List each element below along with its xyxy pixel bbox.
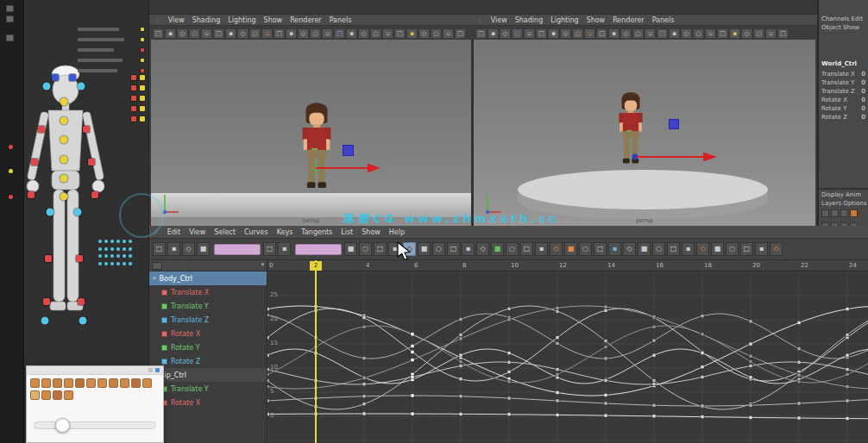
- field-chart-icon[interactable]: ▪: [669, 28, 680, 39]
- ge-toolbar-icon[interactable]: ○: [506, 242, 519, 256]
- channel-attribute-row[interactable]: Rotate Z0: [819, 112, 868, 121]
- attribute-value-field[interactable]: 0: [862, 71, 865, 78]
- snap-point-icon[interactable]: ◇: [237, 28, 248, 39]
- textured-icon[interactable]: ▪: [729, 28, 740, 39]
- construction-history-icon[interactable]: ▫: [584, 28, 595, 39]
- picker-option-row[interactable]: [78, 36, 145, 43]
- ge-toolbar-icon[interactable]: □: [374, 242, 387, 256]
- channel-row[interactable]: Translate Z: [149, 313, 267, 327]
- layer-editor-menu[interactable]: Layers Options Help: [819, 198, 868, 207]
- channel-box-menu[interactable]: Channels Edit: [819, 14, 868, 22]
- viewport-menu-show[interactable]: Show: [587, 16, 606, 24]
- picker-option-row[interactable]: [78, 47, 145, 53]
- ge-toolbar-icon[interactable]: ○: [726, 242, 739, 256]
- textured-icon[interactable]: ▪: [406, 28, 418, 39]
- current-frame-marker[interactable]: 2: [310, 261, 322, 271]
- graph-menu-select[interactable]: Select: [214, 228, 236, 236]
- shelf-pose-icon[interactable]: [109, 378, 118, 388]
- shelf-pose-icon[interactable]: [53, 378, 62, 388]
- channel-row[interactable]: Rotate X: [149, 396, 267, 409]
- shelf-pose-icon[interactable]: [30, 378, 40, 388]
- selection-cube-manipulator[interactable]: [343, 145, 354, 156]
- picker-shelf-titlebar[interactable]: [27, 366, 163, 375]
- scale-tool-icon[interactable]: ▫: [524, 28, 535, 39]
- picker-side-button[interactable]: [139, 84, 146, 91]
- ge-toolbar-icon[interactable]: ◇: [770, 242, 783, 256]
- picker-select-button[interactable]: [43, 83, 51, 90]
- ge-toolbar-icon[interactable]: ■: [491, 242, 504, 256]
- picker-finger-dot[interactable]: [123, 247, 126, 251]
- safe-title-icon[interactable]: ○: [693, 28, 704, 39]
- picker-finger-dot[interactable]: [98, 254, 102, 258]
- picker-finger-dot[interactable]: [123, 254, 126, 258]
- option-toggle-dot[interactable]: [140, 68, 145, 73]
- picker-finger-dot[interactable]: [129, 240, 132, 243]
- ge-toolbar-icon[interactable]: □: [263, 242, 276, 256]
- ge-toolbar-icon[interactable]: ◇: [550, 242, 563, 256]
- snap-curve-icon[interactable]: ▪: [548, 28, 559, 39]
- picker-select-button[interactable]: [31, 159, 38, 165]
- option-toggle-dot[interactable]: [140, 37, 145, 42]
- attribute-value-field[interactable]: 0: [862, 88, 865, 95]
- select-tool-icon[interactable]: □: [475, 28, 487, 39]
- graph-menu-tangents[interactable]: Tangents: [301, 228, 332, 236]
- picker-select-button[interactable]: [78, 298, 85, 305]
- picker-select-button[interactable]: [52, 74, 59, 81]
- ipr-render-icon[interactable]: ▪: [608, 28, 620, 39]
- channel-row[interactable]: Translate X: [149, 285, 267, 299]
- picker-select-button[interactable]: [91, 191, 98, 198]
- viewport-menu-renderer[interactable]: Renderer: [290, 16, 322, 24]
- graph-menu-keys[interactable]: Keys: [277, 228, 293, 236]
- picker-select-button[interactable]: [83, 126, 90, 133]
- option-toggle-dot[interactable]: [140, 58, 145, 63]
- ge-toolbar-icon[interactable]: ■: [418, 242, 431, 256]
- gate-mask-icon[interactable]: □: [657, 28, 668, 39]
- viewport-menu-view[interactable]: View: [491, 16, 507, 24]
- new-layer-button-icon[interactable]: [850, 209, 858, 217]
- ipr-render-icon[interactable]: ▪: [286, 28, 297, 39]
- viewport-menu-panels[interactable]: Panels: [652, 16, 675, 24]
- construction-history-icon[interactable]: ▫: [261, 28, 273, 39]
- ge-toolbar-icon[interactable]: □: [153, 242, 166, 256]
- snap-plane-icon[interactable]: ○: [572, 28, 583, 39]
- lights-icon[interactable]: ◇: [741, 28, 752, 39]
- picker-side-button[interactable]: [139, 115, 146, 122]
- layer-button-icon[interactable]: [840, 209, 848, 217]
- ge-toolbar-icon[interactable]: ○: [652, 242, 665, 256]
- shelf-pose-icon[interactable]: [53, 390, 62, 400]
- lights-icon[interactable]: ◇: [418, 28, 430, 39]
- lasso-tool-icon[interactable]: ▪: [487, 28, 499, 39]
- window-button-icon[interactable]: [155, 368, 160, 372]
- picker-select-button[interactable]: [60, 136, 68, 144]
- viewport-menu-shading[interactable]: Shading: [515, 16, 544, 24]
- character-model-left[interactable]: [296, 100, 337, 197]
- picker-finger-dot[interactable]: [116, 262, 120, 265]
- viewport-canvas-right[interactable]: persp: [474, 40, 815, 226]
- viewport-canvas-left[interactable]: persp: [151, 40, 471, 226]
- shaded-icon[interactable]: □: [394, 28, 406, 39]
- ge-toolbar-pill-button[interactable]: [214, 244, 261, 255]
- picker-option-row[interactable]: [78, 26, 145, 33]
- picker-select-button[interactable]: [69, 74, 76, 81]
- channel-row[interactable]: Translate Y: [149, 299, 267, 313]
- playhead[interactable]: [315, 260, 317, 443]
- shelf-pose-icon[interactable]: [86, 378, 96, 388]
- layer-button-icon[interactable]: [821, 209, 829, 217]
- picker-finger-dot[interactable]: [123, 240, 126, 243]
- wireframe-icon[interactable]: ▫: [705, 28, 716, 39]
- ge-toolbar-icon[interactable]: ▪: [755, 242, 768, 256]
- channel-attribute-row[interactable]: Translate Y0: [819, 78, 868, 86]
- ge-toolbar-icon[interactable]: □: [447, 242, 460, 256]
- snap-plane-icon[interactable]: ○: [249, 28, 261, 39]
- snap-grid-icon[interactable]: □: [213, 28, 224, 39]
- select-red-dot[interactable]: [9, 145, 13, 149]
- ge-toolbar-icon[interactable]: ■: [638, 242, 651, 256]
- channel-row[interactable]: Rotate Z: [149, 354, 267, 368]
- move-tool-icon[interactable]: ◇: [500, 28, 511, 39]
- frame-ruler[interactable]: 024681012141618202224: [267, 260, 868, 271]
- picker-finger-dot[interactable]: [129, 262, 132, 265]
- resolution-gate-icon[interactable]: ▫: [322, 28, 333, 39]
- grid-toggle-icon[interactable]: ▫: [765, 28, 777, 39]
- shadows-icon[interactable]: ○: [753, 28, 764, 39]
- layer-editor-tabs[interactable]: Display Anim: [819, 190, 868, 198]
